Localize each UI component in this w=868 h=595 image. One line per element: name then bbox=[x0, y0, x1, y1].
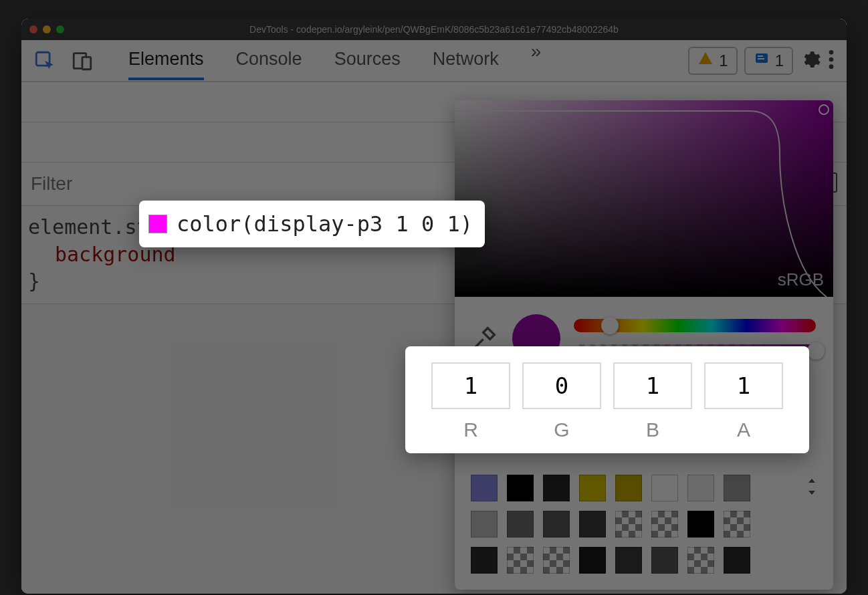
panel-tabs: Elements Console Sources Network » bbox=[128, 41, 673, 80]
palette-swatch[interactable] bbox=[615, 547, 642, 574]
issues-icon bbox=[754, 51, 770, 71]
palette-swatch[interactable] bbox=[724, 475, 750, 501]
palette-swatch[interactable] bbox=[724, 511, 750, 538]
gamut-label: sRGB bbox=[778, 269, 824, 290]
channel-a-label: A bbox=[737, 419, 750, 441]
palette-swatch[interactable] bbox=[687, 547, 714, 574]
channel-g: G bbox=[522, 362, 601, 441]
palette-swatch[interactable] bbox=[615, 511, 642, 538]
issues-count: 1 bbox=[775, 51, 784, 70]
palette-swatch[interactable] bbox=[651, 547, 678, 574]
toolbar-badges: 1 1 bbox=[688, 47, 835, 75]
palette-swatch[interactable] bbox=[471, 475, 498, 501]
more-options-icon[interactable] bbox=[828, 49, 835, 73]
palette-swatch[interactable] bbox=[507, 475, 534, 501]
color-picker: sRGB bbox=[455, 100, 833, 590]
palette-swatch[interactable] bbox=[615, 475, 642, 501]
tab-console[interactable]: Console bbox=[236, 41, 302, 80]
inspect-element-icon[interactable] bbox=[33, 49, 56, 72]
palette-expand-icon[interactable] bbox=[806, 479, 817, 498]
issues-badge[interactable]: 1 bbox=[744, 47, 793, 75]
channel-r-input[interactable] bbox=[431, 362, 510, 409]
traffic-lights bbox=[29, 25, 64, 33]
palette-swatch[interactable] bbox=[507, 511, 534, 538]
palette-swatch[interactable] bbox=[543, 511, 570, 538]
tab-sources[interactable]: Sources bbox=[334, 41, 401, 80]
warnings-count: 1 bbox=[719, 51, 728, 70]
tooltip-color-text: color(display-p3 1 0 1) bbox=[177, 211, 473, 237]
hue-slider[interactable] bbox=[574, 319, 816, 332]
warning-icon bbox=[697, 51, 714, 71]
palette-swatch[interactable] bbox=[651, 511, 678, 538]
tab-elements[interactable]: Elements bbox=[128, 41, 204, 80]
settings-gear-icon[interactable] bbox=[800, 49, 821, 73]
color-channels-card: RGBA bbox=[405, 346, 809, 453]
spectrum-thumb[interactable] bbox=[819, 104, 829, 115]
tooltip-swatch[interactable] bbox=[148, 215, 167, 233]
css-close-brace: } bbox=[28, 269, 40, 293]
devtools-toolbar: Elements Console Sources Network » 1 1 bbox=[21, 40, 847, 82]
palette-swatch[interactable] bbox=[543, 547, 570, 574]
warnings-badge[interactable]: 1 bbox=[688, 47, 737, 75]
svg-rect-2 bbox=[82, 57, 91, 69]
palette-swatch[interactable] bbox=[507, 547, 534, 574]
channel-g-label: G bbox=[554, 419, 569, 441]
color-spectrum[interactable]: sRGB bbox=[455, 100, 833, 297]
window-title: DevTools - codepen.io/argyleink/pen/QWBg… bbox=[21, 24, 847, 35]
zoom-window-button[interactable] bbox=[56, 25, 64, 33]
channel-r: R bbox=[431, 362, 510, 441]
close-window-button[interactable] bbox=[29, 25, 37, 33]
palette-swatch[interactable] bbox=[724, 547, 750, 574]
tab-network[interactable]: Network bbox=[433, 41, 499, 80]
palette-swatch[interactable] bbox=[687, 511, 714, 538]
channel-b: B bbox=[613, 362, 692, 441]
palette-swatch[interactable] bbox=[579, 547, 606, 574]
more-tabs-button[interactable]: » bbox=[531, 41, 542, 80]
channel-g-input[interactable] bbox=[522, 362, 601, 409]
channel-a: A bbox=[704, 362, 783, 441]
channel-a-input[interactable] bbox=[704, 362, 783, 409]
palette-swatch[interactable] bbox=[579, 475, 606, 501]
svg-point-6 bbox=[829, 64, 834, 69]
palette-swatch[interactable] bbox=[471, 511, 498, 538]
svg-point-4 bbox=[829, 50, 834, 55]
minimize-window-button[interactable] bbox=[43, 25, 51, 33]
palette-swatch[interactable] bbox=[543, 475, 570, 501]
palette-row bbox=[471, 511, 817, 538]
channel-b-label: B bbox=[646, 419, 659, 441]
palette-row bbox=[471, 547, 817, 574]
device-toolbar-icon[interactable] bbox=[71, 49, 94, 72]
hue-slider-thumb[interactable] bbox=[601, 317, 619, 334]
gamut-boundary-line bbox=[455, 100, 833, 297]
palette-swatch[interactable] bbox=[687, 475, 714, 501]
window-titlebar: DevTools - codepen.io/argyleink/pen/QWBg… bbox=[21, 19, 847, 40]
channel-r-label: R bbox=[463, 419, 478, 441]
color-value-tooltip: color(display-p3 1 0 1) bbox=[139, 201, 485, 247]
channel-b-input[interactable] bbox=[613, 362, 692, 409]
palette-swatch[interactable] bbox=[471, 547, 498, 574]
devtools-window: DevTools - codepen.io/argyleink/pen/QWBg… bbox=[21, 19, 847, 594]
alpha-slider-thumb[interactable] bbox=[807, 342, 825, 360]
color-palette bbox=[455, 469, 833, 590]
palette-swatch[interactable] bbox=[579, 511, 606, 538]
palette-swatch[interactable] bbox=[651, 475, 678, 501]
svg-point-5 bbox=[829, 57, 834, 62]
palette-row bbox=[471, 475, 817, 501]
